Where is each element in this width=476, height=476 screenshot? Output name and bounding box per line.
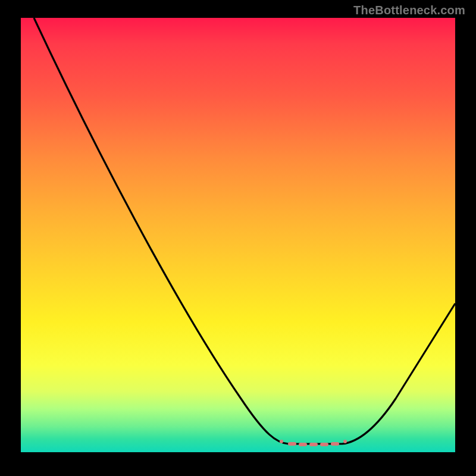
chart-curve-svg <box>21 18 455 452</box>
bottleneck-curve-line <box>34 18 455 444</box>
chart-plot-area <box>21 18 455 452</box>
watermark-text: TheBottleneck.com <box>353 4 465 17</box>
valley-dotted-segment <box>281 441 345 444</box>
chart-container: TheBottleneck.com <box>0 0 476 476</box>
